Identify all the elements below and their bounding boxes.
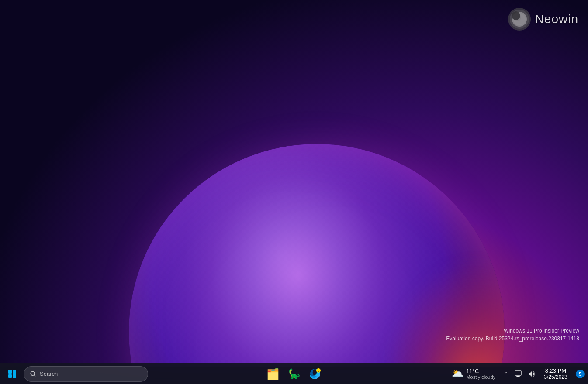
neowin-title: Neowin: [535, 12, 578, 26]
clock-date: 3/25/2023: [544, 374, 567, 380]
weather-cloud-icon: 🌥️: [452, 368, 463, 380]
neowin-logo-svg: [508, 8, 531, 31]
watermark-line1: Windows 11 Pro Insider Preview: [446, 327, 579, 335]
weather-info: 11°C Mostly cloudy: [466, 368, 495, 380]
neowin-logo-icon: [508, 8, 531, 31]
monitor-icon: [515, 370, 522, 377]
watermark-line2: Evaluation copy. Build 25324.rs_prerelea…: [446, 335, 579, 343]
notification-count: 5: [579, 371, 581, 377]
svg-point-2: [514, 14, 521, 21]
neowin-badge: Neowin: [508, 8, 578, 31]
clock-widget[interactable]: 8:23 PM 3/25/2023: [540, 366, 571, 382]
weather-widget[interactable]: 🌥️ 11°C Mostly cloudy: [448, 366, 499, 381]
svg-rect-7: [515, 371, 521, 375]
search-bar[interactable]: Search: [24, 366, 148, 382]
volume-icon: [528, 370, 535, 377]
clock-time: 8:23 PM: [545, 367, 566, 374]
weather-description: Mostly cloudy: [466, 374, 495, 380]
display-settings-tray-icon[interactable]: [513, 369, 523, 379]
windows-logo-icon: [8, 370, 16, 378]
start-button[interactable]: [3, 365, 21, 383]
taskbar-app-edge-canary[interactable]: C: [305, 364, 325, 384]
notification-badge[interactable]: 5: [576, 370, 585, 378]
taskbar-right: 🌥️ 11°C Mostly cloudy ⌃: [448, 366, 585, 382]
planet-right-glow: [382, 257, 505, 367]
taskbar-left: Search: [3, 365, 148, 383]
edge-canary-icon: C: [309, 368, 321, 380]
taskbar-app-file-explorer[interactable]: 🗂️: [263, 364, 283, 384]
windows-watermark: Windows 11 Pro Insider Preview Evaluatio…: [446, 327, 579, 343]
weather-temperature: 11°C: [466, 368, 479, 374]
file-explorer-icon: 🗂️: [266, 369, 280, 379]
svg-marker-10: [529, 371, 532, 377]
svg-text:C: C: [318, 370, 320, 372]
svg-point-0: [510, 10, 529, 29]
taskbar-apps: 🗂️ 🦕 C: [263, 364, 325, 384]
show-hidden-icons-button[interactable]: ⌃: [502, 369, 510, 379]
taskbar: Search 🗂️ 🦕: [0, 363, 588, 384]
volume-tray-icon[interactable]: [526, 369, 536, 379]
svg-point-1: [513, 13, 526, 25]
dino-icon: 🦕: [288, 369, 300, 379]
system-tray: ⌃: [502, 369, 536, 379]
taskbar-app-dino[interactable]: 🦕: [284, 364, 304, 384]
desktop: Neowin Windows 11 Pro Insider Preview Ev…: [0, 0, 588, 367]
search-label: Search: [40, 370, 58, 377]
search-icon: [30, 371, 36, 377]
svg-line-4: [34, 375, 35, 376]
svg-point-3: [31, 371, 35, 375]
